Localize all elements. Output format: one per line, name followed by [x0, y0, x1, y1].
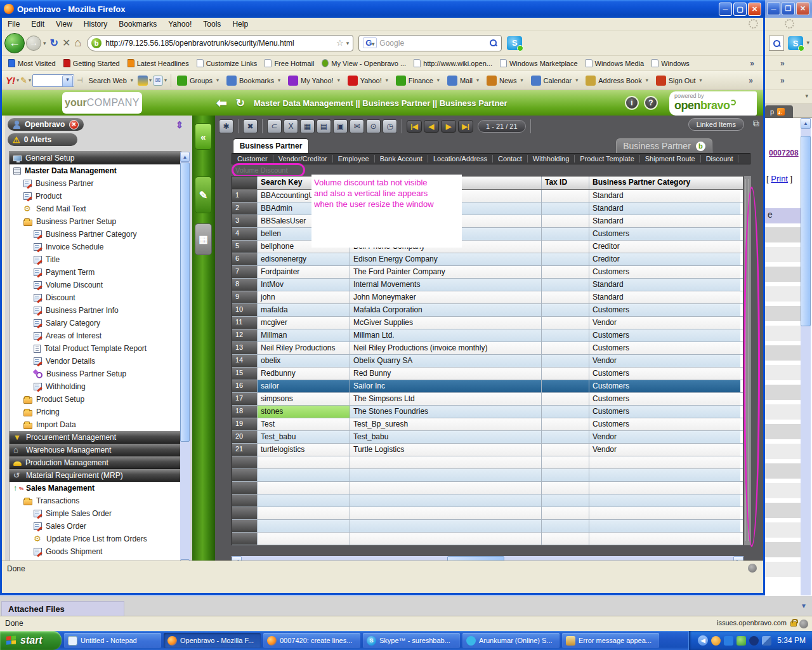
table-row[interactable]: 21turtlelogisticsTurtle LogisticsVendor	[232, 444, 743, 456]
sidebar-item-payment-term[interactable]: Payment Term	[10, 266, 181, 279]
cell-category[interactable]: Customers	[589, 406, 740, 418]
print-link[interactable]: Print	[771, 174, 788, 183]
taskbar-task[interactable]: 0007420: create lines...	[263, 633, 360, 648]
bookmark-item[interactable]: Free Hotmail	[261, 59, 318, 67]
bg-search-icon[interactable]	[769, 36, 784, 51]
cell-tax-id[interactable]	[542, 266, 589, 278]
help-button[interactable]: ?	[644, 96, 658, 110]
bg-restore-button[interactable]: ❐	[782, 2, 795, 15]
table-row[interactable]: 4bellenCustomers	[232, 228, 743, 241]
menu-history[interactable]: History	[78, 18, 113, 30]
table-row[interactable]: 6edisonenergyEdison Energy CompanyCredit…	[232, 253, 743, 266]
cell-tax-id[interactable]	[542, 368, 589, 380]
cell-category[interactable]: Vendor	[589, 355, 740, 367]
cell-tax-id[interactable]	[542, 329, 589, 342]
menu-view[interactable]: View	[50, 18, 78, 30]
table-row[interactable]: 17simpsonsThe Simpsons LtdCustomers	[232, 393, 743, 406]
tree-scroll-up[interactable]: ▲	[180, 152, 190, 162]
cell-category[interactable]: Creditor	[589, 241, 740, 253]
cell-search-key[interactable]: sailor	[258, 380, 350, 392]
column-header-tax-id[interactable]: Tax ID	[542, 176, 589, 189]
mail-alert-dropdown[interactable]: ▾	[163, 77, 168, 83]
collapse-sidebar-button[interactable]: «	[195, 123, 212, 150]
cell-category[interactable]: Vendor	[589, 444, 740, 456]
taskbar-task[interactable]: Error message appea...	[562, 633, 659, 648]
table-row[interactable]: 9johnJohn MoneymakerStandard	[232, 291, 743, 304]
cell-search-key[interactable]: Redbunny	[258, 368, 350, 380]
table-row[interactable]: 8IntMovInternal MovementsStandard	[232, 279, 743, 291]
subtab-location-address[interactable]: Location/Address	[428, 155, 493, 162]
yahoo-item-addressbook[interactable]: Address Book▾	[582, 76, 653, 86]
cell-tax-id[interactable]	[542, 304, 589, 316]
yahoo-item-myyahoo[interactable]: My Yahoo!▾	[285, 76, 344, 86]
menu-edit[interactable]: Edit	[25, 18, 50, 30]
yahoo-item-calendar[interactable]: Calendar▾	[528, 76, 583, 86]
info-button[interactable]: i	[625, 96, 639, 110]
sidebar-item-master-data-management[interactable]: Master Data Management	[10, 164, 181, 177]
bookmark-star-icon[interactable]: ☆	[336, 38, 344, 48]
bookmark-item[interactable]: Getting Started	[60, 59, 124, 67]
url-dropdown[interactable]: ▾	[346, 40, 350, 46]
cell-tax-id[interactable]	[542, 291, 589, 303]
sidebar-item-title[interactable]: Title	[10, 253, 181, 266]
yahoo-item-finance[interactable]: Finance▾	[393, 76, 444, 86]
tray-messenger-icon[interactable]	[724, 636, 733, 646]
cell-name[interactable]: Obelix Quarry SA	[350, 355, 542, 367]
table-row[interactable]: 13Neil Riley ProductionsNeil Riley Produ…	[232, 342, 743, 355]
history-dropdown[interactable]: ▾	[43, 40, 46, 46]
tray-antivirus-icon[interactable]	[737, 636, 746, 646]
table-row[interactable]: 7FordpainterThe Ford Painter CompanyCust…	[232, 266, 743, 279]
cell-tax-id[interactable]	[542, 241, 589, 253]
cell-category[interactable]: Customers	[589, 228, 740, 240]
subtab-product-template[interactable]: Product Template	[575, 155, 639, 162]
back-button[interactable]: ←	[4, 33, 25, 53]
menu-file[interactable]: File	[2, 18, 25, 30]
cell-search-key[interactable]: Millman	[258, 329, 350, 342]
stop-button[interactable]: ✕	[62, 37, 70, 49]
bg-overflow-chevron-2[interactable]: »	[780, 76, 785, 85]
cell-category[interactable]: Standard	[589, 215, 740, 227]
sidebar-item-sales-order[interactable]: Sales Order	[10, 520, 181, 533]
pencil-icon[interactable]: ✎	[20, 76, 27, 85]
bookmarks-overflow-chevron[interactable]: »	[750, 59, 761, 68]
sidebar-item-business-partner-setup[interactable]: Business Partner Setup	[10, 368, 181, 380]
cell-tax-id[interactable]	[542, 418, 589, 430]
pencil-dropdown[interactable]: ▾	[27, 77, 32, 83]
cell-name[interactable]: Test_Bp_suresh	[350, 418, 542, 430]
cell-search-key[interactable]: Fordpainter	[258, 266, 350, 278]
statusbar-extension-icon[interactable]	[748, 564, 757, 573]
rss-icon[interactable]	[777, 108, 785, 116]
cell-tax-id[interactable]	[542, 317, 589, 329]
tab-business-partner[interactable]: Business Partner	[233, 138, 309, 153]
cell-category[interactable]: Customers	[589, 329, 740, 342]
mail-alert-icon[interactable]: ✉	[153, 76, 163, 86]
bookmark-item[interactable]: Latest Headlines	[124, 59, 193, 67]
yahoo-overflow-chevron[interactable]: »	[749, 76, 759, 85]
alerts-pill[interactable]: ⚠ 0 Alerts	[8, 133, 77, 146]
yahoo-item-mail[interactable]: Mail▾	[444, 76, 483, 86]
table-row[interactable]: 20Test_babuTest_babuVendor	[232, 431, 743, 444]
cell-tax-id[interactable]	[542, 215, 589, 227]
forward-button[interactable]: →	[26, 36, 41, 51]
cell-category[interactable]: Customers	[589, 304, 740, 316]
sidebar-item-business-partner-category[interactable]: Business Partner Category	[10, 228, 181, 241]
table-row[interactable]: 19TestTest_Bp_sureshCustomers	[232, 418, 743, 431]
previous-record-button[interactable]: ◀	[424, 120, 439, 133]
cell-name[interactable]: Mafalda Corporation	[350, 304, 542, 316]
cell-name[interactable]: Edison Energy Company	[350, 253, 542, 265]
cell-tax-id[interactable]	[542, 228, 589, 240]
cell-name[interactable]: Test_babu	[350, 431, 542, 443]
sidebar-item-goods-shipment[interactable]: Goods Shipment	[10, 545, 181, 558]
subtab-vendor-creditor[interactable]: Vendor/Creditor	[273, 155, 333, 162]
scroll-up-button[interactable]: ▲	[801, 118, 811, 129]
google-icon[interactable]: G▾	[363, 37, 377, 48]
sidebar-item-procurement-management[interactable]: ▼Procurement Management	[10, 431, 181, 444]
table-row[interactable]: 12MillmanMillman Ltd.Customers	[232, 329, 743, 342]
subtab-discount[interactable]: Discount	[701, 155, 739, 162]
titlebar[interactable]: Openbravo - Mozilla Firefox ─ ▢ ✕	[0, 0, 765, 18]
sidebar-item-send-mail-text[interactable]: ⚙Send Mail Text	[10, 202, 181, 215]
copy-record-icon[interactable]: ▦	[300, 119, 315, 133]
search-web-button[interactable]: Search Web▾	[86, 77, 138, 84]
start-button[interactable]: start	[0, 631, 62, 650]
attached-files-label[interactable]: Attached Files	[1, 601, 124, 616]
